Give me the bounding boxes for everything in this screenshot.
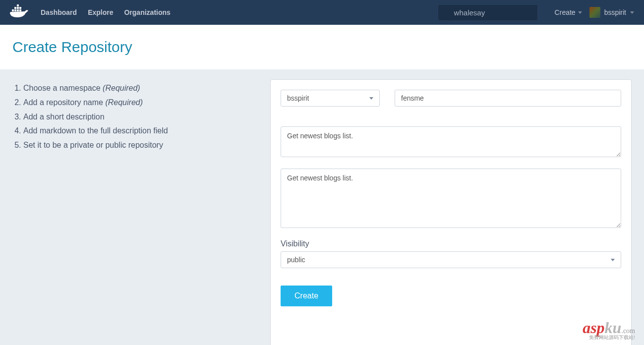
svg-rect-2: [17, 9, 19, 11]
svg-rect-5: [17, 7, 19, 9]
step-item: Add a short description: [23, 111, 250, 123]
step-item: Set it to be a private or public reposit…: [23, 139, 250, 152]
nav-organizations[interactable]: Organizations: [124, 8, 170, 16]
namespace-select[interactable]: bsspirit: [281, 90, 380, 107]
repo-name-input[interactable]: [395, 90, 621, 107]
step-item: Add a repository name (Required): [23, 97, 250, 109]
nav-dashboard[interactable]: Dashboard: [41, 8, 77, 16]
search-input[interactable]: [438, 5, 537, 20]
docker-logo-icon[interactable]: [10, 4, 31, 21]
steps-list: Choose a namespace (Required) Add a repo…: [12, 82, 250, 152]
create-label: Create: [555, 8, 576, 16]
nav-right: Create bsspirit: [438, 5, 634, 20]
nav-links: Dashboard Explore Organizations: [41, 8, 438, 16]
visibility-value: public: [287, 256, 305, 264]
nav-explore[interactable]: Explore: [88, 8, 113, 16]
namespace-value: bsspirit: [287, 94, 309, 102]
visibility-label: Visibility: [281, 239, 621, 248]
full-description-input[interactable]: [281, 169, 621, 228]
chevron-down-icon: [611, 259, 615, 261]
svg-rect-3: [19, 9, 21, 11]
visibility-select[interactable]: public: [281, 251, 621, 268]
namespace-row: bsspirit: [281, 90, 621, 107]
main-area: Choose a namespace (Required) Add a repo…: [0, 69, 644, 345]
svg-rect-1: [14, 9, 16, 11]
search-wrap: [438, 5, 537, 20]
svg-rect-6: [19, 7, 21, 9]
chevron-down-icon: [578, 11, 582, 14]
top-navbar: Dashboard Explore Organizations Create b…: [0, 0, 644, 25]
page-header: Create Repository: [0, 25, 644, 69]
chevron-down-icon: [630, 11, 634, 14]
steps-panel: Choose a namespace (Required) Add a repo…: [12, 79, 250, 345]
svg-rect-4: [14, 7, 16, 9]
user-menu[interactable]: bsspirit: [589, 7, 634, 18]
create-dropdown[interactable]: Create: [555, 8, 582, 16]
page-title: Create Repository: [12, 39, 632, 56]
username-label: bsspirit: [604, 8, 626, 16]
create-button[interactable]: Create: [281, 286, 332, 306]
watermark: aspku.com 免费网站源码下载站!: [583, 319, 635, 341]
svg-rect-7: [17, 4, 19, 6]
short-description-input[interactable]: [281, 126, 621, 157]
avatar: [589, 7, 600, 18]
step-item: Add markdown to the full description fie…: [23, 125, 250, 137]
form-panel: bsspirit Visibility public Create: [270, 79, 632, 345]
chevron-down-icon: [369, 97, 373, 100]
step-item: Choose a namespace (Required): [23, 82, 250, 95]
svg-rect-0: [12, 9, 14, 11]
